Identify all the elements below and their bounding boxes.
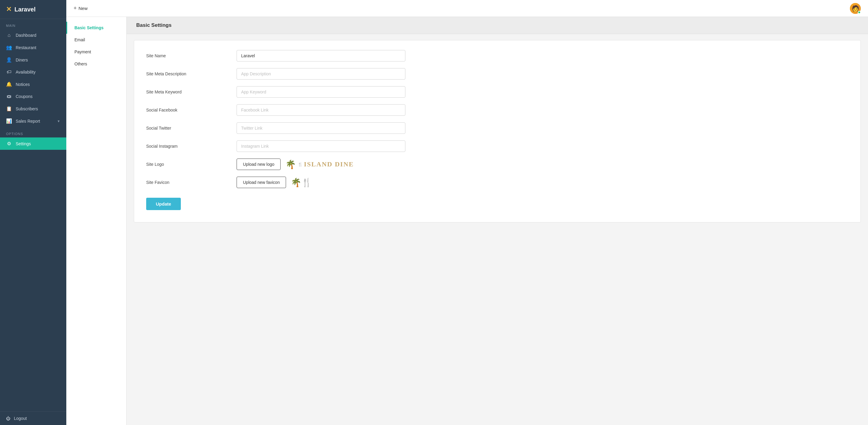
sidebar-item-notices[interactable]: 🔔 Notices [0, 78, 66, 90]
settings-nav-payment[interactable]: Payment [66, 46, 126, 58]
sidebar-item-label: Settings [16, 141, 31, 146]
new-button[interactable]: + New [73, 5, 88, 11]
app-name: Laravel [14, 6, 36, 13]
sidebar-item-label: Coupons [16, 94, 33, 99]
sidebar-item-subscribers[interactable]: 📋 Subscribers [0, 102, 66, 115]
sidebar-item-settings[interactable]: ⚙ Settings [0, 138, 66, 150]
logout-button[interactable]: ⏻ Logout [0, 412, 66, 425]
sidebar-item-diners[interactable]: 👤 Diners [0, 54, 66, 66]
social-twitter-input[interactable] [237, 122, 405, 134]
social-instagram-label: Social Instagram [146, 144, 237, 149]
settings-icon: ⚙ [6, 141, 12, 147]
social-facebook-label: Social Facebook [146, 108, 237, 113]
site-meta-keyword-row: Site Meta Keyword [146, 86, 848, 98]
logo-text: ISLAND DINE [304, 160, 354, 168]
sidebar-logo: ✕ Laravel [0, 0, 66, 19]
sidebar-item-dashboard[interactable]: ⌂ Dashboard [0, 29, 66, 41]
sidebar-item-availability[interactable]: 🏷 Availability [0, 66, 66, 78]
new-label: New [79, 6, 88, 11]
avatar-status-dot [858, 11, 861, 14]
social-instagram-input[interactable] [237, 141, 405, 152]
avatar[interactable]: 🧑 [850, 3, 861, 14]
upload-logo-button[interactable]: Upload new logo [237, 158, 281, 170]
sidebar: ✕ Laravel Main ⌂ Dashboard 👥 Restaurant … [0, 0, 66, 425]
site-meta-keyword-label: Site Meta Keyword [146, 90, 237, 94]
subscribers-icon: 📋 [6, 106, 12, 112]
diners-icon: 👤 [6, 57, 12, 63]
update-btn-container: Update [146, 195, 848, 210]
favicon-preview: 🌴🍴 [291, 178, 312, 187]
settings-page-title: Basic Settings [127, 17, 868, 34]
settings-form: Site Name Site Meta Description Site Met… [134, 40, 861, 222]
favicon-palm-icon: 🌴🍴 [291, 178, 312, 187]
availability-icon: 🏷 [6, 69, 12, 75]
notices-icon: 🔔 [6, 81, 12, 87]
social-twitter-label: Social Twitter [146, 126, 237, 130]
favicon-upload-area: Upload new favicon 🌴🍴 [237, 177, 312, 188]
site-name-input[interactable] [237, 50, 405, 61]
sidebar-item-label: Diners [16, 58, 28, 62]
site-logo-row: Site Logo Upload new logo 🌴 🍴 ISLAND DIN… [146, 158, 848, 170]
site-name-label: Site Name [146, 53, 237, 58]
app-logo-icon: ✕ [6, 5, 11, 13]
topbar: + New 🧑 [66, 0, 868, 17]
site-meta-desc-row: Site Meta Description [146, 68, 848, 80]
logout-label: Logout [14, 416, 27, 421]
dashboard-icon: ⌂ [6, 33, 12, 38]
site-meta-keyword-input[interactable] [237, 86, 405, 98]
upload-favicon-button[interactable]: Upload new favicon [237, 177, 286, 188]
site-logo-label: Site Logo [146, 162, 237, 167]
sidebar-item-coupons[interactable]: 🎟 Coupons [0, 90, 66, 102]
sidebar-item-restaurant[interactable]: 👥 Restaurant [0, 41, 66, 54]
social-facebook-row: Social Facebook [146, 104, 848, 116]
sidebar-item-label: Availability [16, 70, 36, 74]
sales-report-icon: 📊 [6, 118, 12, 124]
settings-content: Basic Settings Site Name Site Meta Descr… [127, 17, 868, 425]
social-twitter-row: Social Twitter [146, 122, 848, 134]
coupons-icon: 🎟 [6, 94, 12, 99]
sidebar-item-label: Sales Report [16, 119, 40, 124]
sidebar-main-label: Main [0, 19, 66, 29]
logo-palm-icon: 🌴 [285, 159, 296, 170]
content-area: Basic Settings Email Payment Others Basi… [66, 17, 868, 425]
update-button[interactable]: Update [146, 198, 181, 210]
social-instagram-row: Social Instagram [146, 141, 848, 152]
restaurant-icon: 👥 [6, 44, 12, 50]
site-meta-desc-label: Site Meta Description [146, 71, 237, 76]
sidebar-options-label: Options [0, 127, 66, 138]
site-favicon-row: Site Favicon Upload new favicon 🌴🍴 [146, 177, 848, 188]
settings-nav-others[interactable]: Others [66, 58, 126, 70]
main-area: + New 🧑 Basic Settings Email Payment Oth… [66, 0, 868, 425]
settings-nav-basic[interactable]: Basic Settings [66, 22, 126, 34]
logo-preview: 🌴 🍴 ISLAND DINE [285, 159, 354, 170]
sidebar-item-label: Restaurant [16, 45, 36, 50]
chevron-down-icon: ▼ [57, 119, 60, 123]
site-meta-desc-input[interactable] [237, 68, 405, 80]
logout-icon: ⏻ [6, 416, 10, 421]
sidebar-item-label: Dashboard [16, 33, 36, 38]
settings-nav: Basic Settings Email Payment Others [66, 17, 127, 425]
logo-upload-area: Upload new logo 🌴 🍴 ISLAND DINE [237, 158, 354, 170]
plus-icon: + [73, 5, 77, 11]
social-facebook-input[interactable] [237, 104, 405, 116]
fork-icon: 🍴 [298, 162, 303, 167]
site-favicon-label: Site Favicon [146, 180, 237, 185]
site-name-row: Site Name [146, 50, 848, 61]
sidebar-item-sales-report[interactable]: 📊 Sales Report ▼ [0, 115, 66, 127]
settings-nav-email[interactable]: Email [66, 34, 126, 46]
sidebar-item-label: Subscribers [16, 107, 38, 111]
sidebar-item-label: Notices [16, 82, 30, 87]
